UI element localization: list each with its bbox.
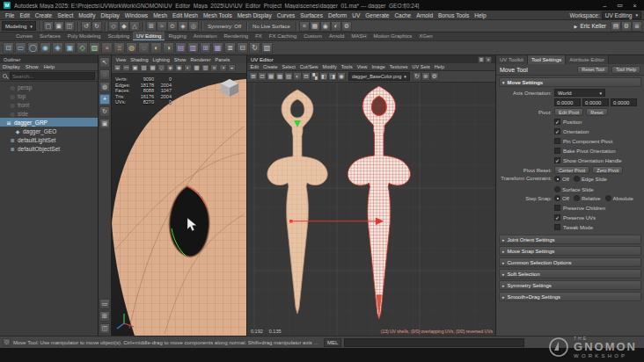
menu-item[interactable]: Modify: [76, 12, 98, 18]
uv-isolate-icon[interactable]: ◉: [337, 72, 346, 81]
move-settings-header[interactable]: ▾ Move Settings: [499, 77, 641, 87]
shelf-tab[interactable]: XGen: [415, 32, 435, 40]
safe-title-icon[interactable]: ◈: [166, 64, 174, 72]
uv-refresh-icon[interactable]: ↻: [413, 72, 421, 81]
menu-item[interactable]: Panels: [213, 57, 232, 62]
menu-item[interactable]: Display: [0, 64, 23, 69]
field-chart-icon[interactable]: ▦: [149, 64, 157, 72]
symmetry-selector[interactable]: Symmetry: Off: [205, 24, 244, 29]
shelf-tab[interactable]: Arnold: [326, 32, 348, 40]
axis-value-field[interactable]: 0.0000: [611, 98, 637, 106]
center-pivot-button[interactable]: Center Pivot: [554, 166, 589, 174]
reset-pivot-button[interactable]: Reset: [586, 108, 607, 116]
checkbox[interactable]: ✓: [554, 119, 560, 125]
snap-plane-icon[interactable]: ◈: [178, 21, 188, 32]
lighting-icon[interactable]: ¤: [210, 64, 218, 72]
cylindrical-projection-icon[interactable]: ◯: [27, 42, 39, 54]
stack-shells-icon[interactable]: ⊟: [237, 42, 248, 54]
grab-uv-icon[interactable]: ◍: [126, 42, 137, 54]
channel-box-toggle-icon[interactable]: ≣: [632, 21, 642, 32]
axis-value-field[interactable]: 0.0000: [582, 98, 609, 106]
outliner-item[interactable]: ◎ persp: [0, 83, 98, 91]
select-object-icon[interactable]: ◆: [119, 21, 129, 32]
uv-texture-borders-icon[interactable]: ▩: [275, 72, 284, 81]
render-current-frame-icon[interactable]: ◉: [320, 21, 331, 32]
shelf-tab[interactable]: MASH: [348, 32, 370, 40]
menu-item[interactable]: Textures: [387, 64, 410, 69]
planar-projection-icon[interactable]: ▭: [15, 42, 26, 54]
xray-icon[interactable]: ◐: [184, 64, 192, 72]
panel-menu-icon[interactable]: ≣: [478, 56, 485, 63]
uv-snapshot-icon[interactable]: ▧: [261, 42, 273, 54]
menu-item[interactable]: Create: [33, 12, 55, 18]
optimize-uv-icon[interactable]: ▥: [187, 42, 199, 54]
uv-view-grid-icon[interactable]: ⊟: [302, 72, 311, 81]
menu-item[interactable]: Help: [41, 64, 57, 69]
minimize-button[interactable]: –: [599, 3, 611, 9]
uv-distortion-icon[interactable]: ◧: [319, 72, 328, 81]
automatic-projection-icon[interactable]: ◈: [52, 42, 63, 54]
outliner-item[interactable]: ◎ top: [0, 91, 98, 100]
shelf-tab[interactable]: Curves: [12, 32, 36, 40]
collapsed-section-header[interactable]: ▸ Soft Selection: [499, 269, 641, 279]
smudge-uv-icon[interactable]: ◐: [150, 42, 162, 54]
snap-grid-icon[interactable]: ⊞: [146, 21, 157, 32]
shelf-tab[interactable]: Poly Modeling: [64, 32, 105, 40]
reset-tool-button[interactable]: Reset Tool: [577, 66, 609, 74]
uv-solid-map-icon[interactable]: ◨: [328, 72, 337, 81]
paint-select-tool-icon[interactable]: ◍: [99, 82, 110, 92]
menu-item[interactable]: Create: [260, 64, 280, 69]
edit-pivot-button[interactable]: Edit Pivot: [554, 108, 583, 116]
align-uv-icon[interactable]: ≣: [224, 42, 236, 54]
checkbox[interactable]: ✓: [554, 157, 560, 163]
attribute-editor-toggle-icon[interactable]: ▤: [611, 21, 621, 32]
orient-shells-icon[interactable]: ↻: [249, 42, 260, 54]
command-line-input[interactable]: [344, 338, 524, 347]
radio-option[interactable]: Relative: [574, 195, 601, 201]
menu-item[interactable]: Windows: [122, 12, 150, 18]
collapsed-section-header[interactable]: ▸ Common Selection Options: [499, 257, 641, 267]
new-scene-icon[interactable]: ▢: [43, 21, 54, 32]
lasso-tool-icon[interactable]: ◌: [99, 69, 110, 80]
uv-baking-icon[interactable]: ⊚: [421, 72, 430, 81]
menu-item[interactable]: Select: [55, 12, 76, 18]
outliner-item[interactable]: ≣ defaultObjectSet: [0, 144, 98, 153]
shelf-tab[interactable]: Surfaces: [36, 32, 64, 40]
grid-toggle-icon[interactable]: ⊞: [113, 64, 121, 72]
shelf-tab[interactable]: FX: [252, 32, 266, 40]
construction-history-icon[interactable]: ≡: [299, 21, 310, 32]
shadows-icon[interactable]: ◑: [219, 64, 227, 72]
texture-selector[interactable]: dagger_BaseColor.png ▾: [348, 72, 410, 81]
menu-item[interactable]: Shading: [128, 57, 150, 62]
checkbox[interactable]: ✓: [554, 214, 560, 221]
menu-item[interactable]: Renderer: [188, 57, 213, 62]
uv-checker-icon[interactable]: ▚: [311, 72, 319, 81]
ipr-render-icon[interactable]: ◐: [331, 21, 341, 32]
straighten-shell-icon[interactable]: ▦: [212, 42, 223, 54]
pinch-uv-icon[interactable]: ◌: [138, 42, 150, 54]
film-gate-icon[interactable]: ▭: [122, 64, 130, 72]
scale-tool-icon[interactable]: ▣: [99, 119, 110, 129]
layout-four-pane-icon[interactable]: ⊞: [99, 311, 110, 322]
make-live-icon[interactable]: ◎: [188, 21, 199, 32]
outliner-item[interactable]: ◎ front: [0, 100, 98, 109]
menu-item[interactable]: Edit: [17, 12, 32, 18]
radio-option[interactable]: Surface Slide: [554, 186, 594, 192]
wireframe-on-shaded-icon[interactable]: ▩: [193, 64, 201, 72]
uv-canvas[interactable]: 0.192 0.135 (13) UV shells, (0/0) overla…: [247, 83, 495, 336]
open-scene-icon[interactable]: ▣: [54, 21, 64, 32]
shelf-tab[interactable]: Custom: [300, 32, 326, 40]
collapsed-section-header[interactable]: ▸ Joint Orient Settings: [499, 235, 641, 244]
menu-item[interactable]: Mesh Tools: [201, 12, 235, 18]
menu-item[interactable]: Curves: [274, 12, 298, 18]
menu-item[interactable]: Select: [280, 64, 297, 69]
panel-close-icon[interactable]: ×: [485, 56, 492, 63]
checkbox[interactable]: ✓: [554, 205, 560, 211]
menu-item[interactable]: Edit: [248, 64, 260, 69]
redo-icon[interactable]: ↻: [91, 21, 102, 32]
outliner-panel-tab[interactable]: Outliner: [0, 55, 98, 63]
normal-projection-icon[interactable]: ◇: [77, 42, 88, 54]
shelf-tab[interactable]: FX Caching: [266, 32, 300, 40]
menu-item[interactable]: UV: [349, 12, 362, 18]
menu-set-selector[interactable]: Modeling ▾: [2, 21, 36, 31]
